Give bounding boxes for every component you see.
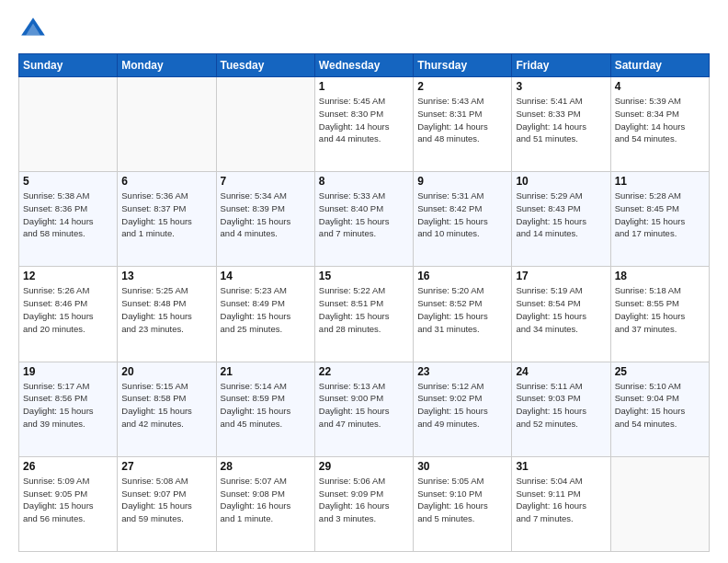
calendar-cell: 3Sunrise: 5:41 AMSunset: 8:33 PMDaylight… (512, 77, 610, 172)
day-number: 12 (23, 270, 113, 282)
day-header-saturday: Saturday (610, 54, 709, 77)
day-number: 30 (417, 460, 507, 473)
calendar-cell: 30Sunrise: 5:05 AMSunset: 9:10 PMDayligh… (414, 456, 512, 551)
day-info: Sunrise: 5:39 AMSunset: 8:34 PMDaylight:… (615, 95, 705, 145)
logo-icon (18, 15, 48, 44)
calendar-cell: 14Sunrise: 5:23 AMSunset: 8:49 PMDayligh… (216, 267, 314, 362)
calendar-cell: 31Sunrise: 5:04 AMSunset: 9:11 PMDayligh… (512, 456, 610, 551)
day-info: Sunrise: 5:04 AMSunset: 9:11 PMDaylight:… (516, 475, 606, 525)
calendar-cell: 17Sunrise: 5:19 AMSunset: 8:54 PMDayligh… (512, 267, 610, 362)
day-number: 3 (516, 80, 606, 93)
calendar-cell: 27Sunrise: 5:08 AMSunset: 9:07 PMDayligh… (118, 456, 216, 551)
day-info: Sunrise: 5:12 AMSunset: 9:02 PMDaylight:… (417, 380, 507, 431)
day-info: Sunrise: 5:19 AMSunset: 8:54 PMDaylight:… (516, 284, 606, 335)
day-info: Sunrise: 5:23 AMSunset: 8:49 PMDaylight:… (221, 284, 311, 335)
calendar-cell: 15Sunrise: 5:22 AMSunset: 8:51 PMDayligh… (314, 267, 413, 362)
day-info: Sunrise: 5:36 AMSunset: 8:37 PMDaylight:… (121, 190, 211, 240)
calendar-table: SundayMondayTuesdayWednesdayThursdayFrid… (18, 53, 710, 552)
day-number: 21 (221, 365, 311, 378)
day-info: Sunrise: 5:34 AMSunset: 8:39 PMDaylight:… (221, 190, 311, 240)
day-number: 14 (221, 270, 311, 282)
calendar-cell: 22Sunrise: 5:13 AMSunset: 9:00 PMDayligh… (314, 362, 413, 456)
day-info: Sunrise: 5:09 AMSunset: 9:05 PMDaylight:… (23, 475, 113, 525)
calendar-cell: 20Sunrise: 5:15 AMSunset: 8:58 PMDayligh… (118, 362, 216, 456)
day-info: Sunrise: 5:14 AMSunset: 8:59 PMDaylight:… (221, 380, 311, 431)
day-info: Sunrise: 5:33 AMSunset: 8:40 PMDaylight:… (319, 190, 409, 240)
day-number: 27 (121, 460, 211, 473)
calendar-cell: 6Sunrise: 5:36 AMSunset: 8:37 PMDaylight… (118, 172, 216, 267)
day-number: 28 (221, 460, 311, 473)
day-info: Sunrise: 5:05 AMSunset: 9:10 PMDaylight:… (417, 475, 507, 525)
day-info: Sunrise: 5:10 AMSunset: 9:04 PMDaylight:… (615, 380, 705, 431)
calendar-cell: 24Sunrise: 5:11 AMSunset: 9:03 PMDayligh… (512, 362, 610, 456)
day-number: 4 (615, 80, 705, 93)
day-header-wednesday: Wednesday (314, 54, 413, 77)
calendar-cell: 9Sunrise: 5:31 AMSunset: 8:42 PMDaylight… (414, 172, 512, 267)
calendar-cell: 5Sunrise: 5:38 AMSunset: 8:36 PMDaylight… (19, 172, 118, 267)
day-header-tuesday: Tuesday (216, 54, 314, 77)
day-header-sunday: Sunday (19, 54, 118, 77)
day-number: 31 (516, 460, 606, 473)
day-number: 20 (121, 365, 211, 378)
header-row: SundayMondayTuesdayWednesdayThursdayFrid… (19, 54, 710, 77)
day-info: Sunrise: 5:28 AMSunset: 8:45 PMDaylight:… (615, 190, 705, 240)
calendar-cell: 16Sunrise: 5:20 AMSunset: 8:52 PMDayligh… (414, 267, 512, 362)
day-info: Sunrise: 5:41 AMSunset: 8:33 PMDaylight:… (516, 95, 606, 145)
calendar-cell: 4Sunrise: 5:39 AMSunset: 8:34 PMDaylight… (610, 77, 709, 172)
calendar-cell (216, 77, 314, 172)
day-info: Sunrise: 5:43 AMSunset: 8:31 PMDaylight:… (417, 95, 507, 145)
calendar-cell: 21Sunrise: 5:14 AMSunset: 8:59 PMDayligh… (216, 362, 314, 456)
calendar-cell: 11Sunrise: 5:28 AMSunset: 8:45 PMDayligh… (610, 172, 709, 267)
day-info: Sunrise: 5:25 AMSunset: 8:48 PMDaylight:… (121, 284, 211, 335)
week-row-1: 1Sunrise: 5:45 AMSunset: 8:30 PMDaylight… (19, 77, 710, 172)
day-number: 5 (23, 175, 113, 188)
day-number: 17 (516, 270, 606, 282)
calendar-cell: 8Sunrise: 5:33 AMSunset: 8:40 PMDaylight… (314, 172, 413, 267)
day-number: 22 (319, 365, 409, 378)
week-row-5: 26Sunrise: 5:09 AMSunset: 9:05 PMDayligh… (19, 456, 710, 551)
day-number: 16 (417, 270, 507, 282)
day-header-friday: Friday (512, 54, 610, 77)
calendar-cell: 23Sunrise: 5:12 AMSunset: 9:02 PMDayligh… (414, 362, 512, 456)
calendar-cell: 10Sunrise: 5:29 AMSunset: 8:43 PMDayligh… (512, 172, 610, 267)
calendar-cell: 26Sunrise: 5:09 AMSunset: 9:05 PMDayligh… (19, 456, 118, 551)
day-info: Sunrise: 5:06 AMSunset: 9:09 PMDaylight:… (319, 475, 409, 525)
day-number: 19 (23, 365, 113, 378)
calendar-cell: 1Sunrise: 5:45 AMSunset: 8:30 PMDaylight… (314, 77, 413, 172)
day-info: Sunrise: 5:22 AMSunset: 8:51 PMDaylight:… (319, 284, 409, 335)
calendar-cell: 2Sunrise: 5:43 AMSunset: 8:31 PMDaylight… (414, 77, 512, 172)
week-row-2: 5Sunrise: 5:38 AMSunset: 8:36 PMDaylight… (19, 172, 710, 267)
calendar-cell: 7Sunrise: 5:34 AMSunset: 8:39 PMDaylight… (216, 172, 314, 267)
day-info: Sunrise: 5:18 AMSunset: 8:55 PMDaylight:… (615, 284, 705, 335)
calendar-cell: 28Sunrise: 5:07 AMSunset: 9:08 PMDayligh… (216, 456, 314, 551)
day-info: Sunrise: 5:45 AMSunset: 8:30 PMDaylight:… (319, 95, 409, 145)
day-info: Sunrise: 5:20 AMSunset: 8:52 PMDaylight:… (417, 284, 507, 335)
calendar-cell: 29Sunrise: 5:06 AMSunset: 9:09 PMDayligh… (314, 456, 413, 551)
calendar-cell: 12Sunrise: 5:26 AMSunset: 8:46 PMDayligh… (19, 267, 118, 362)
day-number: 6 (121, 175, 211, 188)
page: SundayMondayTuesdayWednesdayThursdayFrid… (0, 0, 728, 563)
calendar-cell: 19Sunrise: 5:17 AMSunset: 8:56 PMDayligh… (19, 362, 118, 456)
week-row-3: 12Sunrise: 5:26 AMSunset: 8:46 PMDayligh… (19, 267, 710, 362)
calendar-cell (118, 77, 216, 172)
day-info: Sunrise: 5:07 AMSunset: 9:08 PMDaylight:… (221, 475, 311, 525)
calendar-cell: 18Sunrise: 5:18 AMSunset: 8:55 PMDayligh… (610, 267, 709, 362)
day-info: Sunrise: 5:31 AMSunset: 8:42 PMDaylight:… (417, 190, 507, 240)
day-number: 7 (221, 175, 311, 188)
day-info: Sunrise: 5:17 AMSunset: 8:56 PMDaylight:… (23, 380, 113, 431)
day-number: 13 (121, 270, 211, 282)
day-info: Sunrise: 5:11 AMSunset: 9:03 PMDaylight:… (516, 380, 606, 431)
week-row-4: 19Sunrise: 5:17 AMSunset: 8:56 PMDayligh… (19, 362, 710, 456)
calendar-cell: 13Sunrise: 5:25 AMSunset: 8:48 PMDayligh… (118, 267, 216, 362)
day-info: Sunrise: 5:15 AMSunset: 8:58 PMDaylight:… (121, 380, 211, 431)
day-number: 1 (319, 80, 409, 93)
day-info: Sunrise: 5:26 AMSunset: 8:46 PMDaylight:… (23, 284, 113, 335)
calendar-cell (19, 77, 118, 172)
day-number: 8 (319, 175, 409, 188)
day-number: 26 (23, 460, 113, 473)
day-number: 10 (516, 175, 606, 188)
day-number: 15 (319, 270, 409, 282)
day-number: 18 (615, 270, 705, 282)
day-info: Sunrise: 5:08 AMSunset: 9:07 PMDaylight:… (121, 475, 211, 525)
day-number: 25 (615, 365, 705, 378)
